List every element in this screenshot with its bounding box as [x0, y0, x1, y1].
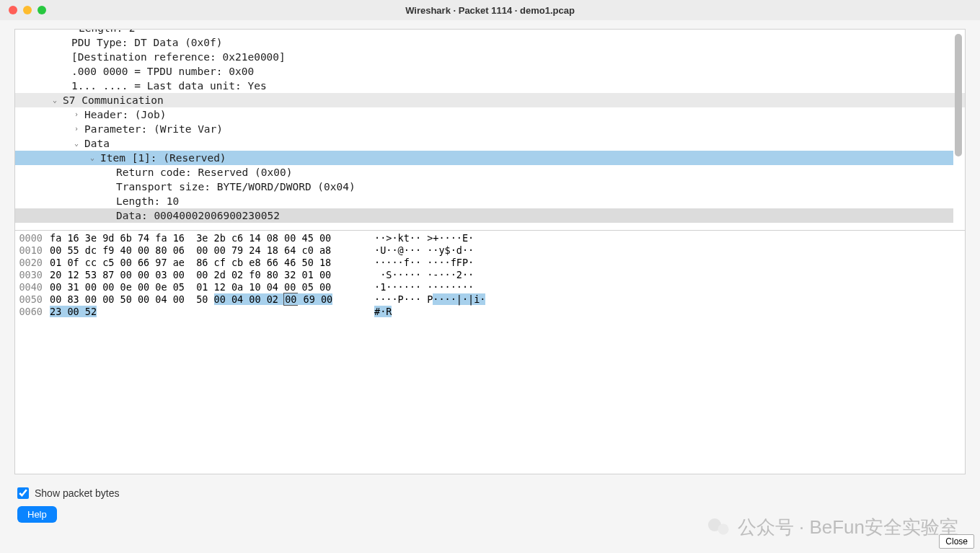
minimize-window-button[interactable] — [23, 6, 32, 14]
close-window-button[interactable] — [9, 6, 17, 14]
help-button[interactable]: Help — [17, 506, 57, 523]
tree-item-pdu-type[interactable]: PDU Type: DT Data (0x0f) — [15, 35, 965, 50]
hex-row[interactable]: 0040 00 31 00 00 0e 00 0e 05 01 12 0a 10… — [15, 281, 965, 293]
svg-point-1 — [718, 524, 728, 535]
hex-ascii: #·R — [353, 306, 392, 318]
tree-item-return-code[interactable]: Return code: Reserved (0x00) — [15, 165, 965, 180]
show-packet-bytes-label[interactable]: Show packet bytes — [35, 487, 120, 499]
hex-offset: 0060 — [15, 306, 50, 318]
tree-label: Data — [84, 136, 110, 151]
chevron-down-icon[interactable]: ⌄ — [71, 136, 81, 151]
tree-item-data[interactable]: ⌄ Data — [15, 136, 965, 151]
hex-ascii: ····P··· P····|·|i· — [353, 293, 485, 306]
maximize-window-button[interactable] — [37, 6, 46, 14]
hex-offset: 0020 — [15, 257, 50, 269]
hex-ascii: ·1······ ········ — [353, 281, 474, 293]
tree-label: Parameter: (Write Var) — [84, 122, 223, 136]
tree-item-data-value[interactable]: Data: 00040002006900230052 — [15, 208, 953, 223]
hex-offset: 0040 — [15, 281, 50, 293]
footer-controls: Show packet bytes — [0, 474, 980, 499]
hex-row[interactable]: 0010 00 55 dc f9 40 00 80 06 00 00 79 24… — [15, 244, 965, 257]
chevron-down-icon[interactable]: ⌄ — [50, 93, 60, 107]
tree-item-item-length[interactable]: Length: 10 — [15, 194, 965, 208]
hex-offset: 0010 — [15, 244, 50, 257]
hex-ascii: ··>·kt·· >+····E· — [353, 232, 474, 244]
tree-item-header[interactable]: › Header: (Job) — [15, 107, 965, 122]
hex-row[interactable]: 0030 20 12 53 87 00 00 03 00 00 2d 02 f0… — [15, 269, 965, 281]
hex-ascii: ·····f·· ····fFP· — [353, 257, 474, 269]
tree-item-item1[interactable]: ⌄ Item [1]: (Reserved) — [15, 151, 953, 165]
hex-offset: 0000 — [15, 232, 50, 244]
hex-offset: 0030 — [15, 269, 50, 281]
hex-ascii: ·U··@··· ··y$·d·· — [353, 244, 474, 257]
tree-label: Header: (Job) — [84, 107, 167, 122]
hex-dump[interactable]: 0000 fa 16 3e 9d 6b 74 fa 16 3e 2b c6 14… — [15, 230, 965, 474]
tree-label: S7 Communication — [63, 93, 164, 107]
window-title: Wireshark · Packet 1114 · demo1.pcap — [0, 5, 980, 16]
titlebar: Wireshark · Packet 1114 · demo1.pcap — [0, 0, 980, 20]
packet-detail-panel: Length: 2 PDU Type: DT Data (0x0f) [Dest… — [14, 29, 966, 474]
hex-row[interactable]: 0050 00 83 00 00 50 00 04 00 50 00 04 00… — [15, 293, 965, 306]
tree-item-dest-ref[interactable]: [Destination reference: 0x21e0000] — [15, 50, 965, 64]
tree-item-transport-size[interactable]: Transport size: BYTE/WORD/DWORD (0x04) — [15, 180, 965, 194]
tree-item-length[interactable]: Length: 2 — [15, 30, 965, 35]
protocol-tree[interactable]: Length: 2 PDU Type: DT Data (0x0f) [Dest… — [15, 30, 965, 230]
traffic-lights — [9, 6, 46, 14]
hex-offset: 0050 — [15, 293, 50, 306]
hex-row[interactable]: 0000 fa 16 3e 9d 6b 74 fa 16 3e 2b c6 14… — [15, 232, 965, 244]
chevron-right-icon[interactable]: › — [71, 107, 81, 122]
hex-row[interactable]: 0060 23 00 52 #·R — [15, 306, 965, 318]
tree-scrollbar[interactable] — [955, 34, 962, 156]
tree-item-parameter[interactable]: › Parameter: (Write Var) — [15, 122, 965, 136]
tree-item-tpdu-number[interactable]: .000 0000 = TPDU number: 0x00 — [15, 64, 965, 79]
tree-item-last-data-unit[interactable]: 1... .... = Last data unit: Yes — [15, 79, 965, 93]
chevron-right-icon[interactable]: › — [71, 122, 81, 136]
hex-ascii: ·S····· ·-···2·· — [353, 269, 474, 281]
chevron-down-icon[interactable]: ⌄ — [87, 151, 97, 165]
show-packet-bytes-checkbox[interactable] — [17, 487, 29, 499]
tree-item-s7comm[interactable]: ⌄ S7 Communication — [15, 93, 965, 107]
hex-row[interactable]: 0020 01 0f cc c5 00 66 97 ae 86 cf cb e8… — [15, 257, 965, 269]
tree-label: Item [1]: (Reserved) — [100, 151, 226, 165]
close-button[interactable]: Close — [939, 534, 974, 549]
